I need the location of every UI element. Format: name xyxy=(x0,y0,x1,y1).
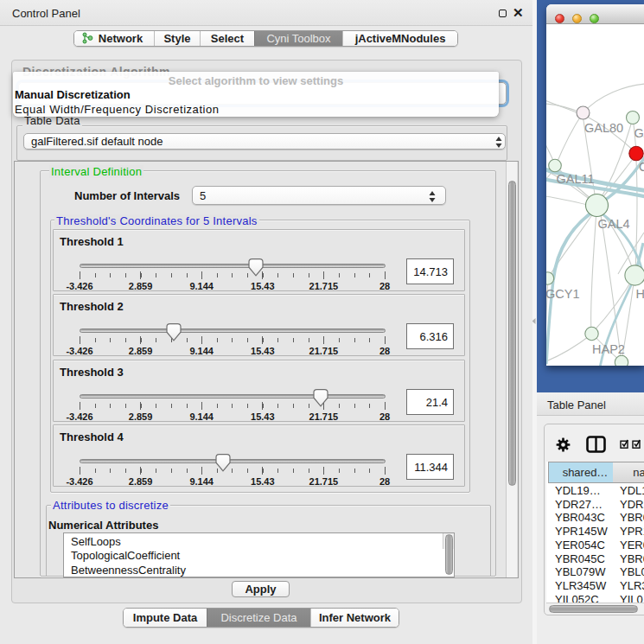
svg-text:GAL: GAL xyxy=(634,126,644,140)
svg-text:CY: CY xyxy=(639,160,644,174)
svg-text:GAL4: GAL4 xyxy=(598,217,630,231)
svg-text:GCY1: GCY1 xyxy=(546,287,580,301)
svg-text:HI: HI xyxy=(636,287,644,301)
svg-text:HAP2: HAP2 xyxy=(592,342,625,356)
svg-text:GAL11: GAL11 xyxy=(557,172,595,186)
svg-text:GAL80: GAL80 xyxy=(584,121,623,135)
